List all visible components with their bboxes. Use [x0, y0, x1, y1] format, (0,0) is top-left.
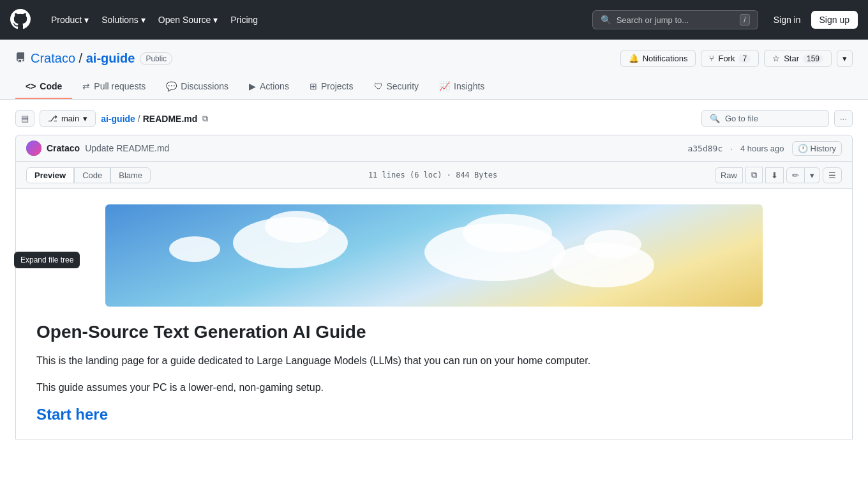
expand-file-tree-button[interactable]: ▤: [15, 110, 34, 127]
repo-owner-link[interactable]: Crataco: [31, 51, 75, 65]
preview-tab[interactable]: Preview: [26, 167, 74, 183]
file-repo-link[interactable]: ai-guide: [101, 114, 135, 124]
readme-title: Open-Source Text Generation AI Guide: [36, 322, 832, 342]
table-of-contents-button[interactable]: ☰: [823, 167, 842, 183]
file-view-tabs: Preview Code Blame: [26, 167, 151, 183]
commit-author-link[interactable]: Crataco: [47, 143, 80, 153]
commit-info-left: Crataco Update README.md: [26, 141, 169, 156]
file-meta: 11 lines (6 loc) · 844 Bytes: [368, 171, 497, 179]
insights-icon: 📈: [439, 81, 450, 91]
star-icon: ☆: [772, 54, 780, 63]
repo-title-row: Crataco / ai-guide Public 🔔 Notification…: [15, 50, 853, 67]
star-button[interactable]: ☆ Star 159: [764, 50, 832, 67]
bell-icon: 🔔: [629, 54, 639, 63]
goto-file-button[interactable]: 🔍 Go to file: [701, 110, 829, 127]
repo-header: Crataco / ai-guide Public 🔔 Notification…: [0, 40, 868, 100]
projects-icon: ⊞: [310, 81, 317, 91]
readme-content: Open-Source Text Generation AI Guide Thi…: [15, 189, 853, 439]
commit-info-right: a35d89c · 4 hours ago 🕐 History: [687, 141, 842, 156]
tooltip-expand-file-tree: Expand file tree: [14, 252, 80, 268]
pricing-label: Pricing: [230, 15, 258, 25]
history-label: History: [811, 144, 836, 153]
search-icon: 🔍: [601, 15, 611, 25]
actions-tab-label: Actions: [260, 81, 289, 91]
add-button[interactable]: ▾: [837, 50, 853, 67]
code-tab[interactable]: Code: [74, 167, 110, 183]
commit-time: 4 hours ago: [740, 144, 784, 153]
pr-icon: ⇄: [82, 81, 90, 91]
edit-button-group: ✏ ▾: [786, 167, 820, 183]
nav-open-source[interactable]: Open Source ▾: [153, 11, 223, 29]
solutions-label: Solutions: [101, 15, 138, 25]
sign-in-button[interactable]: Sign in: [768, 11, 806, 29]
notifications-button[interactable]: 🔔 Notifications: [620, 50, 696, 67]
file-nav-left: ▤ ⎇ main ▾ ai-guide / README.md ⧉: [15, 110, 211, 127]
branch-name: main: [61, 114, 79, 123]
nav-product[interactable]: Product ▾: [46, 11, 94, 29]
search-icon: 🔍: [710, 114, 720, 123]
file-area: Expand file tree ▤ ⎇ main ▾ ai-guide / R…: [0, 100, 868, 450]
code-icon: <>: [26, 81, 36, 91]
tab-security[interactable]: 🛡 Security: [364, 75, 430, 99]
copy-content-button[interactable]: ⧉: [745, 167, 763, 183]
pull-requests-tab-label: Pull requests: [94, 81, 146, 91]
fork-count: 7: [738, 54, 751, 63]
blame-tab[interactable]: Blame: [110, 167, 151, 183]
search-bar[interactable]: 🔍 Search or jump to... /: [592, 10, 758, 29]
open-source-label: Open Source: [158, 15, 211, 25]
product-label: Product: [51, 15, 82, 25]
nav-pricing[interactable]: Pricing: [225, 11, 263, 29]
notifications-label: Notifications: [643, 54, 688, 63]
fork-icon: ⑂: [709, 54, 714, 63]
repo-name-link[interactable]: ai-guide: [86, 51, 135, 65]
goto-placeholder: Go to file: [725, 114, 758, 123]
file-nav-row: ▤ ⎇ main ▾ ai-guide / README.md ⧉ 🔍 Go t…: [15, 110, 853, 127]
sidebar-icon: ▤: [21, 114, 29, 123]
history-button[interactable]: 🕐 History: [792, 141, 842, 156]
tab-code[interactable]: <> Code: [15, 75, 72, 99]
history-icon: 🕐: [798, 144, 808, 153]
commit-row: Crataco Update README.md a35d89c · 4 hou…: [15, 135, 853, 162]
tab-actions[interactable]: ▶ Actions: [239, 75, 299, 99]
sign-up-button[interactable]: Sign up: [811, 11, 858, 29]
readme-para2: This guide assumes your PC is a lower-en…: [36, 379, 832, 396]
commit-message: Update README.md: [85, 143, 169, 153]
chevron-down-icon: ▾: [141, 15, 146, 25]
discussions-tab-label: Discussions: [181, 81, 228, 91]
fork-label: Fork: [718, 54, 735, 63]
tab-insights[interactable]: 📈 Insights: [429, 75, 495, 99]
tab-projects[interactable]: ⊞ Projects: [299, 75, 364, 99]
file-breadcrumb: ai-guide / README.md ⧉: [101, 111, 211, 126]
github-logo-icon[interactable]: [10, 9, 31, 31]
commit-sha: a35d89c: [687, 144, 722, 153]
code-tab-label: Code: [40, 81, 62, 91]
file-actions: Raw ⧉ ⬇ ✏ ▾ ☰: [715, 167, 842, 183]
security-tab-label: Security: [387, 81, 419, 91]
raw-button[interactable]: Raw: [715, 167, 743, 183]
more-options-button[interactable]: ···: [834, 110, 853, 127]
edit-button[interactable]: ✏: [786, 167, 805, 183]
visibility-badge: Public: [140, 52, 172, 65]
branch-selector[interactable]: ⎇ main ▾: [40, 110, 96, 127]
repo-icon: [15, 52, 26, 65]
nav-solutions[interactable]: Solutions ▾: [96, 11, 151, 29]
copy-path-button[interactable]: ⧉: [200, 111, 211, 126]
star-count: 159: [803, 54, 823, 63]
tab-discussions[interactable]: 💬 Discussions: [156, 75, 239, 99]
download-button[interactable]: ⬇: [765, 167, 784, 183]
repo-actions: 🔔 Notifications ⑂ Fork 7 ☆ Star 159 ▾: [620, 50, 853, 67]
star-label: Star: [784, 54, 799, 63]
insights-tab-label: Insights: [454, 81, 484, 91]
top-navigation: Product ▾ Solutions ▾ Open Source ▾ Pric…: [0, 0, 868, 40]
chevron-down-icon: ▾: [83, 114, 87, 123]
file-nav-right: 🔍 Go to file ···: [701, 110, 853, 127]
branch-icon: ⎇: [48, 114, 57, 123]
file-content-header: Preview Code Blame 11 lines (6 loc) · 84…: [15, 162, 853, 189]
readme-para1: This is the landing page for a guide ded…: [36, 353, 832, 369]
chevron-down-icon: ▾: [213, 15, 218, 25]
tab-pull-requests[interactable]: ⇄ Pull requests: [72, 75, 156, 99]
edit-dropdown-button[interactable]: ▾: [805, 167, 820, 183]
chevron-down-icon: ▾: [84, 15, 89, 25]
search-placeholder: Search or jump to...: [617, 15, 735, 25]
fork-button[interactable]: ⑂ Fork 7: [701, 50, 759, 67]
